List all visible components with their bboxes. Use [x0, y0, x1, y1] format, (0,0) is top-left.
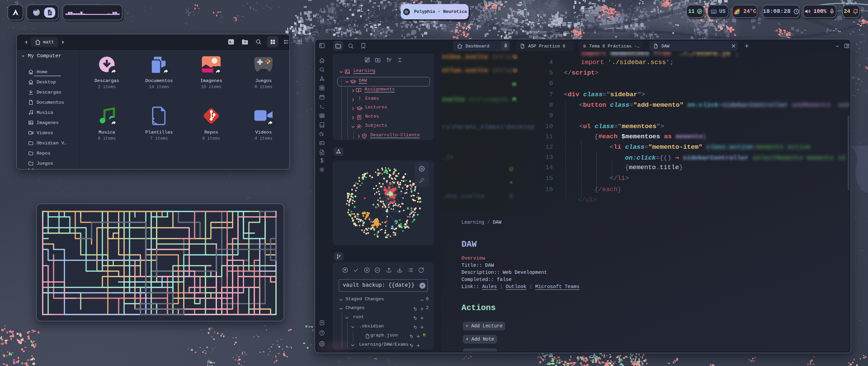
svg-text:$_: $_: [229, 40, 233, 44]
